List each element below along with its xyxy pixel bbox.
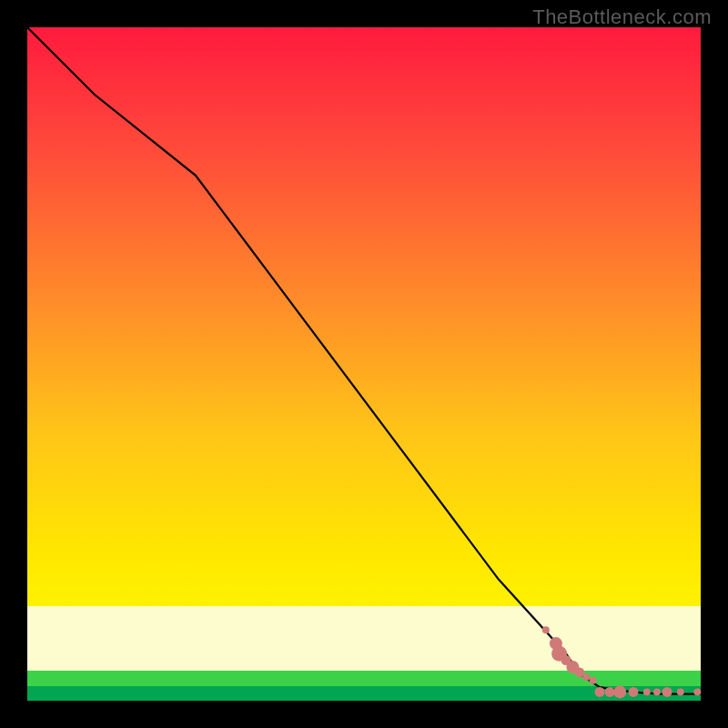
data-point: [590, 677, 597, 684]
marker-group: [542, 626, 702, 698]
data-point: [693, 688, 701, 695]
data-point: [542, 626, 550, 633]
chart-overlay: [27, 27, 701, 701]
data-point: [595, 687, 605, 697]
data-point: [629, 687, 639, 697]
data-point: [677, 688, 684, 695]
data-point: [613, 685, 626, 698]
watermark-text: TheBottleneck.com: [532, 5, 712, 29]
data-point: [662, 687, 672, 697]
data-point: [653, 688, 661, 695]
data-point: [605, 687, 615, 697]
data-point: [643, 688, 651, 695]
plot-area: [27, 27, 701, 701]
bottleneck-curve: [27, 27, 701, 694]
data-point: [582, 673, 590, 681]
chart-frame: TheBottleneck.com: [0, 0, 728, 728]
